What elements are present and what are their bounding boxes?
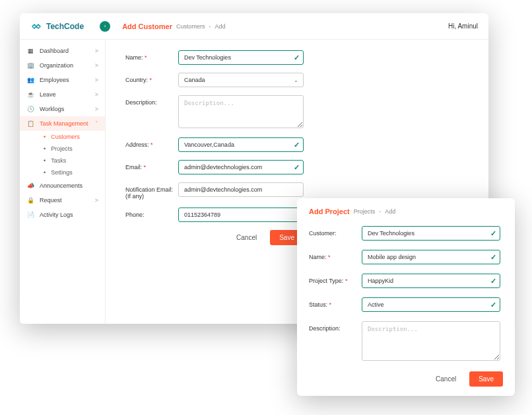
nav-icon: 📋 [26,120,34,127]
sidebar-item-label: Dashboard [40,48,69,54]
sidebar-item-label: Task Management [40,120,88,127]
name-label: Name: [125,50,178,61]
notif-email-label: Notification Email: (If any) [125,182,178,200]
nav-icon: ▦ [26,48,34,54]
proj-name-input[interactable] [362,250,500,264]
phone-input[interactable] [178,208,304,222]
proj-name-label: Name: [309,250,362,260]
nav-icon: 🔒 [26,197,34,204]
submenu-label: Settings [51,169,73,176]
nav-icon: 🕓 [26,106,34,112]
sidebar: ▦Dashboard>🏢Organization>👥Employees>☕Lea… [20,40,106,324]
submenu-label: Tasks [51,157,66,164]
sidebar-collapse-button[interactable]: › [100,21,110,32]
sidebar-item-label: Worklogs [40,106,64,112]
status-select[interactable]: Active [362,297,500,312]
nav-icon: 👥 [26,77,34,83]
bullet-icon: • [44,133,46,140]
breadcrumb: Add Customer Customers - Add [122,22,225,30]
sidebar-item-label: Employees [40,77,69,83]
description-textarea[interactable] [178,95,304,128]
crumb-sep: - [379,208,381,215]
save-button[interactable]: Save [469,371,503,387]
address-label: Address: [125,137,178,148]
country-label: Country: [125,73,178,83]
submenu-item-settings[interactable]: •Settings [37,167,105,178]
proj-type-select[interactable]: HappyKid [362,274,500,288]
submenu-item-tasks[interactable]: •Tasks [37,155,105,167]
nav-icon: ☕ [26,91,34,98]
chevron-icon: > [95,62,98,69]
customer-select[interactable]: Dev Technologies [362,226,500,241]
check-icon: ✓ [490,229,496,238]
country-select[interactable]: Canada [178,73,304,87]
sidebar-item-label: Leave [40,91,56,98]
email-input[interactable] [178,160,304,174]
sidebar-item-task-management[interactable]: 📋Task Management˅ [20,116,105,131]
crumb-add: Add [385,208,395,215]
proj-type-label: Project Type: [309,274,362,284]
crumb-add: Add [215,23,225,30]
brand-logo[interactable]: TechCode [30,20,84,32]
crumb-projects[interactable]: Projects [354,208,376,215]
submenu-item-customers[interactable]: •Customers [37,131,105,143]
topbar: TechCode › Add Customer Customers - Add … [20,13,488,40]
page-title: Add Customer [122,22,172,30]
submenu-label: Projects [51,145,73,152]
chevron-icon: > [95,77,98,83]
check-icon: ✓ [490,253,496,262]
brand-name: TechCode [46,22,84,31]
sidebar-item-label: Organization [40,62,73,69]
chevron-down-icon: ⌄ [294,77,298,83]
bullet-icon: • [44,169,46,176]
sidebar-item-label: Request [40,197,62,204]
description-label: Description: [125,95,178,106]
submenu-item-projects[interactable]: •Projects [37,143,105,155]
add-project-panel: Add Project Projects - Add Customer: Dev… [297,198,515,396]
chevron-icon: > [95,106,98,112]
bullet-icon: • [44,145,46,152]
status-label: Status: [309,297,362,308]
bullet-icon: • [44,157,46,164]
chevron-icon: > [95,197,98,204]
proj-desc-label: Description: [309,321,362,332]
nav-icon: 📣 [26,182,34,189]
crumb-sep: - [209,23,211,30]
check-icon: ✓ [294,54,300,62]
page-title: Add Project [309,208,350,215]
sidebar-item-worklogs[interactable]: 🕓Worklogs> [20,102,105,116]
check-icon: ✓ [294,141,300,149]
name-input[interactable] [178,50,304,65]
crumb-customers[interactable]: Customers [176,23,205,30]
nav-icon: 🏢 [26,62,34,69]
breadcrumb: Add Project Projects - Add [309,208,503,215]
cancel-button[interactable]: Cancel [429,371,463,387]
sidebar-item-announcements[interactable]: 📣Announcements [20,178,105,193]
customer-label: Customer: [309,226,362,237]
notif-email-input[interactable] [178,182,304,197]
nav-icon: 📄 [26,211,34,218]
sidebar-item-organization[interactable]: 🏢Organization> [20,58,105,73]
sidebar-item-leave[interactable]: ☕Leave> [20,87,105,102]
sidebar-item-label: Announcements [40,182,83,189]
sidebar-item-label: Activity Logs [40,211,73,218]
phone-label: Phone: [125,208,178,218]
greeting[interactable]: Hi, Aminul [448,22,478,30]
sidebar-item-dashboard[interactable]: ▦Dashboard> [20,44,105,58]
submenu-label: Customers [51,133,80,140]
sidebar-item-employees[interactable]: 👥Employees> [20,73,105,87]
sidebar-item-request[interactable]: 🔒Request> [20,193,105,208]
chevron-icon: > [95,48,98,54]
chevron-icon: ˅ [95,120,98,127]
sidebar-item-activity-logs[interactable]: 📄Activity Logs [20,208,105,222]
chevron-icon: > [95,91,98,98]
check-icon: ✓ [490,277,496,285]
cancel-button[interactable]: Cancel [230,230,263,245]
proj-desc-textarea[interactable] [362,321,500,361]
address-input[interactable] [178,137,304,152]
check-icon: ✓ [490,301,496,309]
logo-icon [30,20,42,32]
email-label: Email: [125,160,178,170]
check-icon: ✓ [294,163,300,172]
